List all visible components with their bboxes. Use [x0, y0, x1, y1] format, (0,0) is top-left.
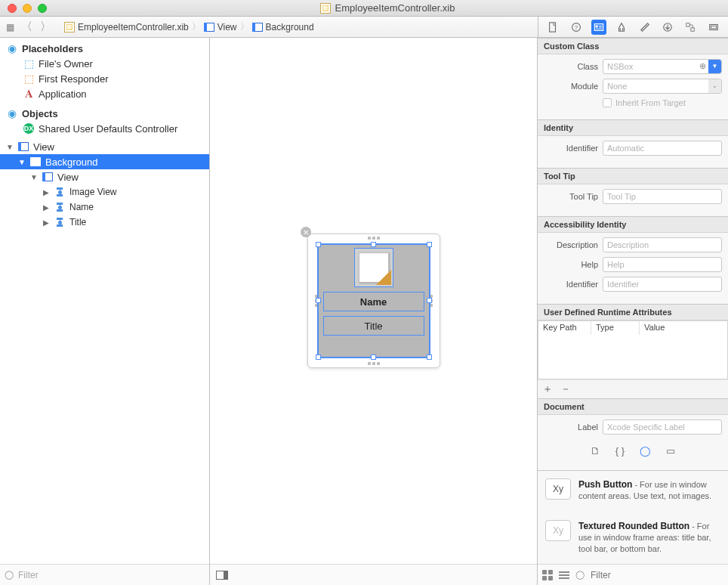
size-inspector-tab[interactable]: [637, 20, 652, 35]
filter-icon: ◯: [575, 570, 585, 580]
outline-item-files-owner[interactable]: ⬚File's Owner: [0, 56, 209, 71]
effects-inspector-tab[interactable]: [706, 20, 721, 35]
file-icon: [320, 3, 331, 14]
tooltip-header: Tool Tip: [538, 168, 728, 184]
outline-filter-input[interactable]: [18, 570, 205, 580]
close-icon[interactable]: ✕: [301, 227, 311, 237]
jump-bar: ▦ 〈 〉 EmployeeItemController.xib 〉 View …: [0, 17, 538, 37]
identity-inspector-tab[interactable]: [591, 20, 606, 35]
document-label-field[interactable]: Xcode Specific Label: [603, 419, 722, 435]
image-placeholder-icon: [359, 252, 389, 283]
outline-filter-bar: ◯: [0, 564, 209, 585]
outline-item-view[interactable]: ▼View: [0, 139, 209, 154]
accessibility-header: Accessibility Identity: [538, 216, 728, 233]
outline-item-name[interactable]: ▶Name: [0, 200, 209, 215]
jump-bar-file[interactable]: EmployeeItemController.xib 〉: [64, 20, 201, 33]
chevron-down-icon[interactable]: ▼: [708, 60, 721, 73]
ax-help-field[interactable]: Help: [603, 257, 722, 272]
library-filter-input[interactable]: [591, 570, 723, 580]
cube-icon: ◉: [6, 107, 18, 119]
document-header: Document: [538, 398, 728, 415]
jump-bar-crumb[interactable]: Background: [252, 22, 314, 32]
custom-class-header: Custom Class: [538, 38, 728, 54]
bindings-inspector-tab[interactable]: [683, 20, 698, 35]
file-icon: [64, 22, 75, 32]
cube-icon: ⬚: [23, 73, 35, 85]
window-title: EmployeeItemController.xib: [335, 2, 455, 14]
toggle-outline-button[interactable]: [216, 571, 228, 580]
ax-identifier-field[interactable]: Identifier: [603, 277, 722, 292]
svg-rect-9: [686, 23, 689, 26]
constraint-icon: [54, 187, 65, 197]
outline-item-inner-view[interactable]: ▼View: [0, 169, 209, 184]
window-titlebar: EmployeeItemController.xib: [0, 0, 728, 17]
outline-item-image-view[interactable]: ▶Image View: [0, 184, 209, 200]
outline-item-title[interactable]: ▶Title: [0, 215, 209, 230]
canvas-image-well[interactable]: [354, 248, 393, 287]
grid-view-icon[interactable]: [542, 570, 553, 580]
inherit-checkbox[interactable]: Inherit From Target: [603, 98, 722, 107]
disclosure-triangle-icon[interactable]: ▶: [42, 218, 50, 227]
outline-item-application[interactable]: 𝐀Application: [0, 86, 209, 101]
svg-text:?: ?: [574, 23, 578, 30]
udra-table[interactable]: Key Path Type Value: [538, 320, 728, 379]
object-library-tab[interactable]: ◯: [640, 445, 651, 457]
plus-icon[interactable]: ⊕: [699, 61, 706, 71]
identifier-field[interactable]: Automatic: [603, 141, 722, 156]
outline-item-background[interactable]: ▼Background: [0, 154, 209, 169]
chevron-down-icon[interactable]: ⌄: [708, 79, 721, 93]
library-item[interactable]: Xy Push Button - For use in window conte…: [538, 471, 728, 512]
view-icon: [18, 142, 29, 151]
outline-item-shared-defaults[interactable]: DXShared User Defaults Controller: [0, 121, 209, 136]
canvas-name-field[interactable]: Name: [323, 292, 424, 311]
cube-icon: ◉: [6, 42, 18, 54]
svg-rect-12: [711, 26, 716, 29]
minimize-window-icon[interactable]: [23, 4, 32, 13]
file-template-tab[interactable]: 🗋: [591, 445, 600, 457]
connections-inspector-tab[interactable]: [660, 20, 675, 35]
add-attribute-button[interactable]: ＋: [542, 382, 553, 396]
disclosure-triangle-icon[interactable]: ▶: [42, 188, 50, 197]
back-button[interactable]: 〈: [19, 20, 35, 34]
class-combo[interactable]: NSBox⊕▼: [603, 59, 722, 74]
library-filter-bar: ◯: [538, 564, 728, 585]
view-icon: [204, 23, 214, 32]
svg-rect-0: [550, 22, 556, 31]
library-item[interactable]: Xy Textured Rounded Button - For use in …: [538, 512, 728, 564]
inspector-panel: Custom Class Class NSBox⊕▼ Module None⌄ …: [538, 38, 728, 585]
forward-button[interactable]: 〉: [38, 20, 54, 34]
quick-help-tab[interactable]: ?: [569, 20, 584, 35]
list-view-icon[interactable]: [559, 571, 569, 579]
canvas-title-field[interactable]: Title: [323, 316, 424, 336]
button-thumb-icon: Xy: [545, 520, 571, 541]
remove-attribute-button[interactable]: －: [560, 382, 571, 396]
canvas-view[interactable]: ✕ Name Title: [307, 234, 440, 368]
tooltip-field[interactable]: Tool Tip: [603, 189, 722, 204]
code-snippet-tab[interactable]: { }: [615, 445, 625, 457]
jump-bar-crumb[interactable]: View 〉: [204, 20, 249, 33]
constraint-icon: [54, 217, 65, 228]
outline-item-first-responder[interactable]: ⬚First Responder: [0, 71, 209, 86]
canvas-background-box[interactable]: Name Title: [317, 243, 430, 358]
filter-icon: ◯: [5, 570, 14, 580]
ax-description-field[interactable]: Description: [603, 237, 722, 252]
object-library: Xy Push Button - For use in window conte…: [538, 470, 728, 564]
objects-heading: Objects: [22, 108, 58, 119]
canvas[interactable]: ✕ Name Title: [210, 38, 538, 585]
inspector-tab-bar: ?: [538, 17, 728, 37]
zoom-window-icon[interactable]: [38, 4, 47, 13]
media-library-tab[interactable]: ▭: [666, 445, 675, 457]
disclosure-triangle-icon[interactable]: ▶: [42, 203, 50, 212]
related-items-icon[interactable]: ▦: [5, 21, 16, 32]
module-combo[interactable]: None⌄: [603, 79, 722, 94]
close-window-icon[interactable]: [8, 4, 17, 13]
view-icon: [30, 157, 41, 166]
button-thumb-icon: Xy: [545, 478, 571, 500]
attributes-inspector-tab[interactable]: [614, 20, 629, 35]
constraint-icon: [54, 202, 65, 212]
file-inspector-tab[interactable]: [545, 20, 560, 35]
cube-icon: ⬚: [23, 57, 35, 70]
disclosure-triangle-icon[interactable]: ▼: [18, 158, 26, 166]
disclosure-triangle-icon[interactable]: ▼: [30, 173, 38, 181]
disclosure-triangle-icon[interactable]: ▼: [6, 143, 14, 151]
